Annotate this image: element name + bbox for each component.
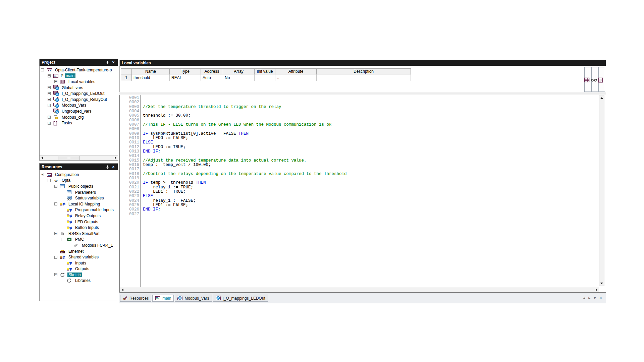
tree-item-libraries[interactable]: Libraries [40, 278, 118, 284]
expander-icon[interactable]: − [48, 179, 51, 182]
scroll-right-icon[interactable] [113, 156, 118, 160]
scroll-down-icon[interactable] [599, 281, 604, 286]
tree-item-public-objects[interactable]: −Public objects [40, 183, 118, 189]
pin-icon[interactable] [105, 165, 110, 169]
list-icon [66, 190, 74, 194]
tree-item-outputs[interactable]: Outputs [40, 266, 118, 272]
grid-g-icon: G [53, 97, 61, 102]
tree-item-tasks[interactable]: +Tasks [40, 120, 118, 126]
resources-tree: −Configuration−∞Opta−Public objectsParam… [40, 172, 118, 284]
line-number: 0025 [120, 203, 140, 207]
scroll-left-icon[interactable] [40, 156, 44, 160]
tree-item-main[interactable]: −Pmain [40, 73, 118, 79]
expander-icon[interactable]: − [54, 273, 57, 276]
doc-view-button[interactable] [598, 67, 605, 92]
tree-item-shared-variables[interactable]: −Shared variables [40, 254, 118, 260]
local-variables-panel: Local variables NameTypeAddressArrayInit… [119, 60, 606, 92]
watch-view-button[interactable] [591, 67, 598, 92]
tree-item-global-vars[interactable]: +GGlobal_vars [40, 85, 118, 91]
tree-item-programmable-inputs[interactable]: Programmable Inputs [40, 207, 118, 213]
tree-item-inputs[interactable]: Inputs [40, 260, 118, 266]
cell-attribute[interactable]: .. [275, 74, 317, 81]
expander-icon[interactable]: + [54, 80, 57, 83]
code-editor[interactable]: 000100020003//Set the temperature thresh… [119, 95, 606, 293]
tree-item-ethernet[interactable]: Ethernet [40, 248, 118, 254]
opta-icon: ∞ [53, 178, 61, 183]
editor-vertical-scrollbar[interactable] [599, 95, 604, 286]
cell-type[interactable]: REAL [170, 74, 201, 81]
tree-item-status-variables[interactable]: Status variables [40, 195, 118, 201]
scroll-up-icon[interactable] [599, 96, 604, 100]
tree-item-rs485-serialport[interactable]: −RS485 SerialPort [40, 231, 118, 237]
svg-text:∞: ∞ [54, 178, 58, 183]
line-number: 0015 [120, 159, 140, 163]
tree-item-button-inputs[interactable]: Button Inputs [40, 225, 118, 231]
cell-array[interactable]: No [223, 74, 255, 81]
tree-item-local-io-mapping[interactable]: −Local IO Mapping [40, 201, 118, 207]
tree-item-i-o-mappings-relayout[interactable]: +GI_O_mappings_RelayOut [40, 97, 118, 103]
row-number-cell[interactable]: 1 [121, 74, 132, 81]
tree-item-pmc[interactable]: −PMC [40, 237, 118, 243]
close-icon[interactable]: × [111, 60, 116, 65]
line-number: 0010 [120, 136, 140, 140]
tab-scroll-left-button[interactable]: ◂ [583, 296, 585, 300]
tab-i-o-mappings-ledout[interactable]: GI_O_mappings_LEDOut [213, 295, 268, 302]
tab-list-menu-button[interactable]: ▾ [594, 296, 596, 300]
tasks-icon [53, 121, 61, 126]
grid-view-button[interactable] [584, 67, 591, 92]
expander-icon[interactable]: + [48, 86, 51, 89]
expander-icon[interactable]: − [48, 74, 51, 77]
code-line: 0020IF temp >= threshold THEN [120, 181, 599, 185]
project-horizontal-scrollbar[interactable] [40, 155, 118, 160]
expander-icon[interactable]: + [48, 98, 51, 101]
cell-address[interactable]: Auto [201, 74, 223, 81]
tab-main[interactable]: main [152, 295, 174, 302]
expander-icon[interactable]: + [48, 104, 51, 107]
local-variables-header[interactable]: Local variables [120, 60, 606, 66]
expander-icon[interactable]: − [54, 232, 57, 235]
expander-icon[interactable]: − [61, 238, 64, 241]
expander-icon[interactable]: − [41, 173, 44, 176]
close-icon[interactable]: × [111, 165, 116, 169]
tree-item-led-outputs[interactable]: LED Outputs [40, 219, 118, 225]
cell-name[interactable]: threshold [132, 74, 170, 81]
line-number: 0021 [120, 185, 140, 190]
expander-icon[interactable]: − [54, 256, 57, 259]
scrollbar-thumb[interactable] [58, 156, 80, 160]
tree-item-configuration[interactable]: −Configuration [40, 172, 118, 178]
cell-description[interactable] [317, 74, 411, 81]
tree-item-parameters[interactable]: Parameters [40, 189, 118, 195]
project-panel-header[interactable]: Project × [40, 59, 118, 66]
pin-icon[interactable] [105, 60, 110, 65]
tree-item-modbus-cfg[interactable]: +Modbus_cfg [40, 114, 118, 120]
expander-icon[interactable]: + [48, 122, 51, 125]
svg-text:G: G [56, 99, 58, 101]
tab-modbus-vars[interactable]: GModbus_Vars [175, 295, 212, 302]
expander-icon[interactable]: − [54, 202, 57, 205]
tree-item-opta-client-tank-temperature-p[interactable]: −Opta-Client-Tank-temperature-p [40, 67, 118, 73]
expander-icon[interactable]: + [48, 116, 51, 119]
expander-icon[interactable]: − [54, 185, 57, 188]
tree-item-sketch[interactable]: −Sketch [40, 272, 118, 278]
tab-resources[interactable]: Resources [120, 295, 151, 302]
scroll-right-icon[interactable] [594, 288, 599, 292]
panel-splitter[interactable] [119, 92, 606, 95]
cell-init-value[interactable] [255, 74, 275, 81]
tree-item-opta[interactable]: −∞Opta [40, 178, 118, 184]
line-number: 0003 [120, 105, 140, 109]
scroll-left-icon[interactable] [120, 288, 125, 292]
document-tabs: ResourcesmainGModbus_VarsGI_O_mappings_L… [120, 295, 268, 302]
tree-item-modbus-fc-04-1[interactable]: Modbus FC-04_1 [40, 242, 118, 248]
tree-item-ungrouped-vars[interactable]: GUngrouped_vars [40, 108, 118, 114]
tab-close-button[interactable]: × [599, 296, 602, 300]
ethernet-icon [60, 249, 67, 253]
tree-item-i-o-mappings-ledout[interactable]: +GI_O_mappings_LEDOut [40, 90, 118, 97]
expander-icon[interactable]: + [48, 92, 51, 95]
tree-item-relay-outputs[interactable]: Relay Outputs [40, 213, 118, 219]
tab-scroll-right-button[interactable]: ▸ [588, 296, 590, 300]
tree-item-modbus-vars[interactable]: +GModbus_Vars [40, 103, 118, 109]
resources-panel-header[interactable]: Resources × [40, 164, 118, 170]
editor-horizontal-scrollbar[interactable] [120, 287, 599, 292]
expander-icon[interactable]: − [41, 68, 44, 71]
tree-item-local-variables[interactable]: +Local variables [40, 79, 118, 85]
